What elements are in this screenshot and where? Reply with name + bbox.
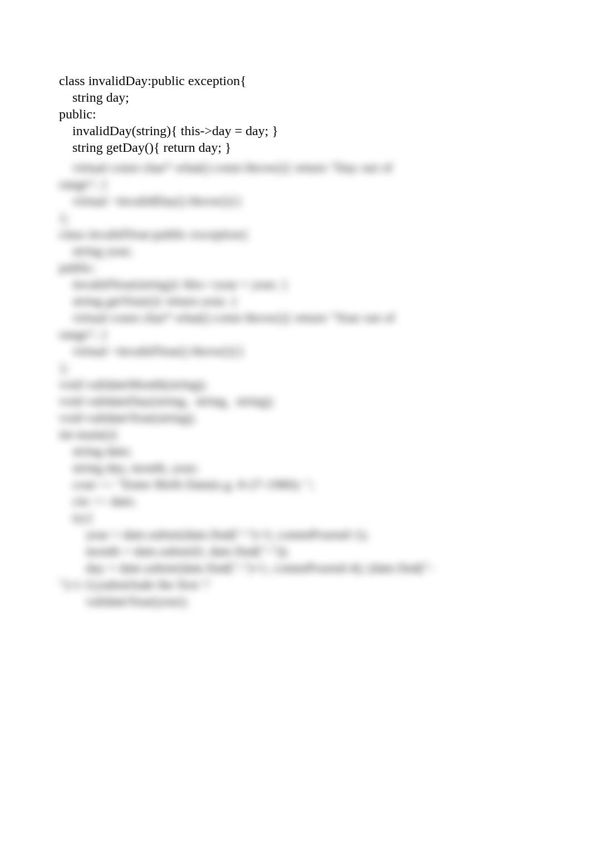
code-line: public: [59,106,532,122]
code-line: invalidDay(string){ this->day = day; } [59,122,532,139]
code-line: class invalidYear:public exception{ [59,226,532,242]
code-line: }; [59,359,532,376]
code-line: virtual ~invalidYear() throw(){} [59,343,532,359]
code-line: void validateDay(string, string, string)… [59,393,532,409]
code-line: cin >> date; [59,493,532,509]
code-line: validateYear(year); [59,593,532,609]
code-line: invalidYear(string){ this->year = year; … [59,276,532,292]
code-line: virtual const char* what() const throw()… [59,159,532,176]
code-line: string date; [59,443,532,459]
code-line: year = date.substr(date.find("-")+3, com… [59,526,532,543]
code-line: day = date.substr(date.find("-")+1, comm… [59,559,532,576]
code-line: range"; } [59,326,532,343]
code-line: void validateYear(string); [59,409,532,426]
code-line: virtual const char* what() const throw()… [59,309,532,326]
code-line: try{ [59,509,532,526]
code-line: string getYear(){ return year; } [59,292,532,309]
code-line: string getDay(){ return day; } [59,139,532,156]
code-line: range"; } [59,176,532,192]
code-line: void validateMonth(string); [59,376,532,393]
code-line: string day; [59,89,532,106]
code-line: cout << "Enter Birth Date(e.g. 8-27-1980… [59,476,532,493]
code-line: month = date.substr(0, date.find("-")); [59,543,532,559]
code-line: class invalidDay:public exception{ [59,72,532,89]
code-blurred-section: virtual const char* what() const throw()… [59,159,532,609]
code-line: public: [59,259,532,276]
code-line: ")-1-1);substrlude the first '/' [59,576,532,593]
code-clear-section: class invalidDay:public exception{ strin… [59,72,532,156]
code-line: int main(){ [59,426,532,443]
code-line: virtual ~invalidDay() throw(){} [59,192,532,209]
code-line: string day, month, year; [59,459,532,476]
code-line: }; [59,209,532,226]
code-line: string year; [59,242,532,259]
